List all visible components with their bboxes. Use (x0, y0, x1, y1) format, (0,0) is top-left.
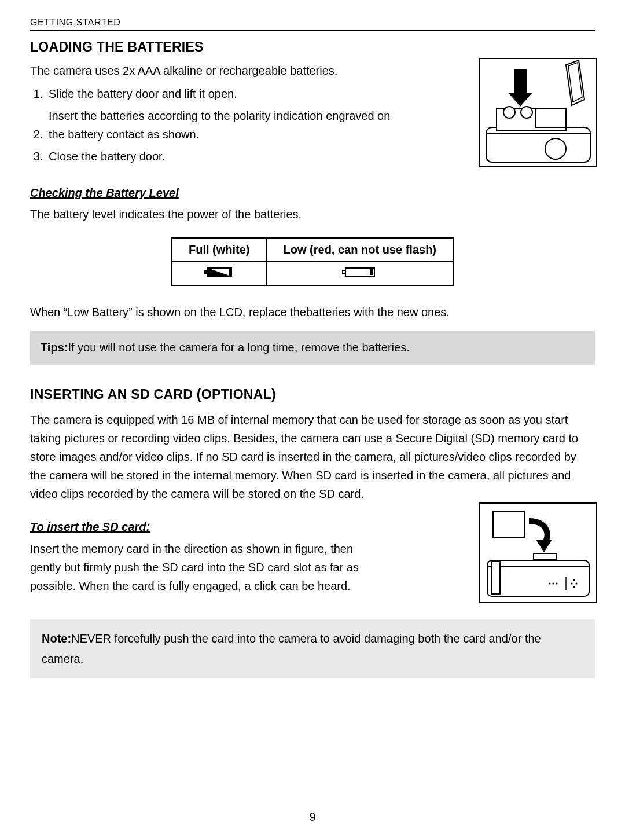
note-label: Note: (42, 632, 71, 645)
sd-body: The camera is equipped with 16 MB of int… (30, 410, 595, 503)
battery-level-intro: The battery level indicates the power of… (30, 206, 595, 223)
battery-full-icon (172, 262, 267, 285)
svg-rect-4 (343, 270, 345, 274)
figure-sd-card (479, 502, 597, 603)
table-header-low: Low (red, can not use flash) (267, 238, 453, 262)
svg-point-23 (556, 582, 557, 584)
page-number: 9 (0, 810, 625, 824)
heading-loading-batteries: LOADING THE BATTERIES (30, 39, 595, 55)
note-text: NEVER forcefully push the card into the … (42, 632, 541, 665)
svg-point-26 (575, 582, 577, 584)
svg-rect-5 (370, 269, 373, 275)
svg-rect-20 (492, 562, 500, 594)
svg-point-24 (573, 579, 575, 581)
svg-marker-14 (508, 93, 532, 107)
table-header-full: Full (white) (172, 238, 267, 262)
sd-insert-body: Insert the memory card in the direction … (30, 540, 377, 595)
down-arrow-icon (508, 69, 532, 107)
tips-callout: Tips:If you will not use the camera for … (30, 331, 595, 365)
running-head: GETTING STARTED (30, 17, 595, 31)
subheading-battery-level: Checking the Battery Level (30, 186, 595, 200)
svg-rect-15 (493, 512, 524, 537)
tips-label: Tips: (41, 341, 68, 354)
svg-rect-17 (534, 553, 557, 559)
svg-point-11 (521, 107, 532, 118)
svg-rect-13 (514, 69, 527, 93)
svg-marker-16 (536, 540, 552, 552)
insert-arrow-icon (529, 521, 552, 552)
svg-point-25 (571, 582, 572, 584)
note-callout: Note:NEVER forcefully push the card into… (30, 619, 595, 678)
battery-low-icon (267, 262, 453, 285)
svg-rect-1 (204, 270, 207, 274)
svg-point-10 (503, 107, 515, 118)
tips-text: If you will not use the camera for a lon… (68, 341, 409, 354)
svg-point-21 (549, 582, 550, 584)
figure-battery-door (479, 58, 597, 167)
svg-point-22 (552, 582, 554, 584)
heading-inserting-sd: INSERTING AN SD CARD (OPTIONAL) (30, 387, 595, 402)
svg-point-8 (545, 138, 566, 159)
battery-level-table: Full (white) Low (red, can not use flash… (171, 237, 454, 286)
svg-point-27 (573, 586, 575, 588)
low-battery-note: When “Low Battery” is shown on the LCD, … (30, 303, 595, 321)
svg-rect-12 (536, 109, 566, 127)
